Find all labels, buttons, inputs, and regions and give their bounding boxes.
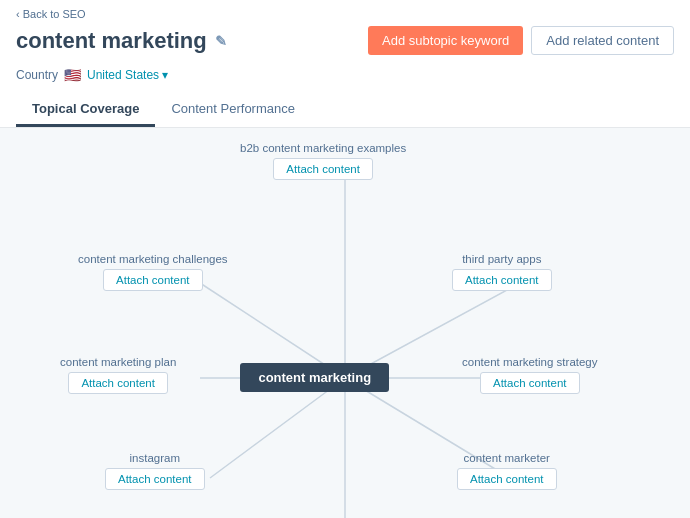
connection-lines <box>0 128 690 518</box>
center-node-container: content marketing Attach content <box>265 363 365 385</box>
svg-line-5 <box>210 378 345 478</box>
header-actions: Add subtopic keyword Add related content <box>368 26 674 55</box>
attach-b2b[interactable]: Attach content <box>273 158 373 180</box>
attach-plan[interactable]: Attach content <box>68 372 168 394</box>
back-to-seo-link[interactable]: ‹ Back to SEO <box>16 8 86 20</box>
chevron-left-icon: ‹ <box>16 8 20 20</box>
attach-marketer[interactable]: Attach content <box>457 468 557 490</box>
attach-challenges[interactable]: Attach content <box>103 269 203 291</box>
node-plan: content marketing plan Attach content <box>60 356 176 394</box>
center-node: content marketing <box>240 363 389 392</box>
node-third-party: third party apps Attach content <box>452 253 552 291</box>
country-selector[interactable]: United States ▾ <box>87 68 168 82</box>
node-instagram: instagram Attach content <box>105 452 205 490</box>
edit-icon[interactable]: ✎ <box>215 33 227 49</box>
node-challenges: content marketing challenges Attach cont… <box>78 253 228 291</box>
attach-strategy[interactable]: Attach content <box>480 372 580 394</box>
chevron-down-icon: ▾ <box>162 68 168 82</box>
country-label: Country <box>16 68 58 82</box>
country-row: Country 🇺🇸 United States ▾ <box>16 63 674 89</box>
node-strategy: content marketing strategy Attach conten… <box>462 356 598 394</box>
node-b2b: b2b content marketing examples Attach co… <box>240 142 406 180</box>
attach-third-party[interactable]: Attach content <box>452 269 552 291</box>
page-title: content marketing ✎ <box>16 28 227 54</box>
flag-icon: 🇺🇸 <box>64 67 81 83</box>
diagram-area: b2b content marketing examples Attach co… <box>0 128 690 518</box>
node-marketer: content marketer Attach content <box>457 452 557 490</box>
add-related-button[interactable]: Add related content <box>531 26 674 55</box>
attach-instagram[interactable]: Attach content <box>105 468 205 490</box>
add-subtopic-button[interactable]: Add subtopic keyword <box>368 26 523 55</box>
tabs-row: Topical Coverage Content Performance <box>16 93 674 127</box>
tab-topical-coverage[interactable]: Topical Coverage <box>16 93 155 127</box>
tab-content-performance[interactable]: Content Performance <box>155 93 311 127</box>
